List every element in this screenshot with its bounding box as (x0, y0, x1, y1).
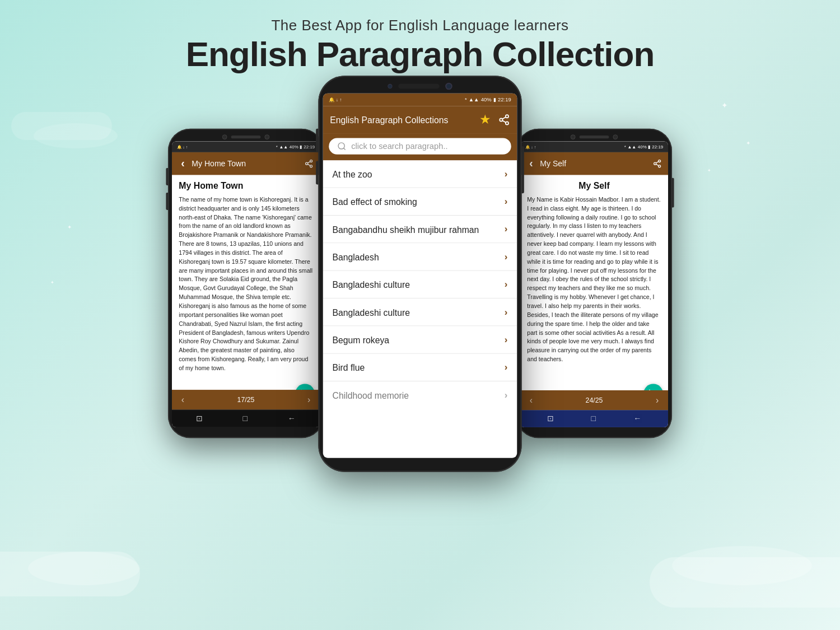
chevron-7: › (505, 362, 508, 373)
speaker-left (231, 136, 261, 138)
svg-point-14 (659, 165, 661, 167)
pagination-text-left: 17/25 (237, 396, 255, 404)
pagination-bar-right: ‹ 24/25 › (520, 390, 668, 410)
prev-arrow-left[interactable]: ‹ (176, 393, 190, 407)
list-item-text-4: Bangladeshi culture (333, 279, 410, 290)
nav-back-right[interactable]: ← (633, 414, 641, 423)
svg-line-11 (344, 148, 346, 150)
header-title: English Paragraph Collection (0, 34, 840, 74)
status-icons-left: 🔔↓↑ (177, 144, 188, 149)
nav-home-left[interactable]: □ (242, 414, 248, 423)
list-item-text-5: Bangladeshi culture (333, 307, 410, 317)
prev-arrow-right[interactable]: ‹ (524, 393, 538, 407)
chevron-0: › (505, 169, 508, 179)
speaker-right (580, 136, 609, 138)
app-title-center: English Paragraph Collections (330, 115, 474, 125)
share-button-center[interactable] (498, 114, 510, 125)
app-header-right: ‹ My Self (520, 152, 668, 175)
star-button-center[interactable]: ★ (479, 112, 491, 127)
app-header-center: English Paragraph Collections ★ (323, 106, 517, 133)
list-item-1[interactable]: Bad effect of smoking › (323, 188, 517, 216)
next-arrow-right[interactable]: › (650, 393, 664, 407)
camera-center (445, 83, 452, 90)
phone-left: 🔔↓↑ * ▲▲ 40% ▮ 22:19 ‹ My Home Tow (157, 108, 334, 459)
list-item-text-0: At the zoo (333, 169, 372, 179)
phone-right: 🔔↓↑ * ▲▲ 40% ▮ 22:19 ‹ My Self (506, 108, 683, 459)
camera-left (222, 134, 227, 139)
list-item-6[interactable]: Begum rokeya › (323, 326, 517, 353)
status-bar-right: 🔔↓↑ * ▲▲ 40% ▮ 22:19 (520, 142, 668, 152)
camera2-left (264, 134, 269, 139)
list-item-0[interactable]: At the zoo › (323, 160, 517, 188)
list-container: At the zoo › Bad effect of smoking › Ban… (323, 160, 517, 458)
nav-back-left[interactable]: ← (288, 414, 296, 423)
pagination-bar-left: ‹ 17/25 › (172, 390, 320, 409)
chevron-2: › (505, 224, 508, 235)
article-title-right: My Self (527, 181, 661, 191)
phone-center: 🔔↓↑ * ▲▲ 40% ▮ 22:19 English Paragraph C… (323, 85, 517, 463)
screen-center: 🔔↓↑ * ▲▲ 40% ▮ 22:19 English Paragraph C… (323, 94, 517, 458)
search-bar-center: click to search paragraph.. (323, 133, 517, 160)
status-icons-center: 🔔↓↑ (329, 97, 342, 102)
back-button-left[interactable]: ‹ (178, 158, 188, 169)
list-item-text-8: Childhood memorie (333, 390, 409, 400)
phone-frame-center: 🔔↓↑ * ▲▲ 40% ▮ 22:19 English Paragraph C… (318, 76, 521, 472)
phones-container: 🔔↓↑ * ▲▲ 40% ▮ 22:19 ‹ My Home Tow (0, 85, 840, 463)
article-content-left: My Home Town The name of my home town is… (172, 175, 320, 390)
phone-frame-left: 🔔↓↑ * ▲▲ 40% ▮ 22:19 ‹ My Home Tow (168, 129, 324, 438)
svg-point-12 (659, 160, 661, 162)
search-icon (337, 142, 347, 151)
list-item-text-6: Begum rokeya (333, 335, 390, 345)
speaker-center (398, 84, 440, 88)
svg-line-3 (307, 164, 310, 166)
phone-top-bar-right (520, 134, 668, 139)
status-icons-right: 🔔↓↑ (525, 144, 536, 149)
svg-line-4 (307, 162, 310, 164)
article-body-left: The name of my home town is Kishoreganj.… (179, 195, 312, 372)
svg-point-13 (654, 162, 656, 165)
list-item-text-7: Bird flue (333, 362, 365, 372)
status-right-right: * ▲▲ 40% ▮ 22:19 (624, 144, 663, 150)
header-section: The Best App for English Language learne… (0, 0, 840, 80)
search-input-container[interactable]: click to search paragraph.. (329, 138, 511, 154)
svg-point-10 (338, 143, 344, 149)
back-button-right[interactable]: ‹ (526, 158, 536, 169)
phone-frame-right: 🔔↓↑ * ▲▲ 40% ▮ 22:19 ‹ My Self (516, 129, 672, 438)
app-title-right: My Self (540, 159, 648, 168)
nav-menu-left[interactable]: ⊡ (196, 414, 202, 423)
camera2-right (613, 134, 618, 139)
list-item-8[interactable]: Childhood memorie › (323, 381, 517, 408)
list-item-5[interactable]: Bangladeshi culture › (323, 298, 517, 326)
list-item-text-2: Bangabandhu sheikh mujibur rahman (333, 224, 479, 234)
svg-point-0 (310, 160, 312, 162)
status-bar-center: 🔔↓↑ * ▲▲ 40% ▮ 22:19 (323, 94, 517, 106)
phone-top-center (323, 83, 517, 90)
nav-menu-right[interactable]: ⊡ (547, 414, 553, 423)
svg-line-16 (656, 162, 659, 164)
next-arrow-left[interactable]: › (302, 393, 316, 407)
list-item-4[interactable]: Bangladeshi culture › (323, 271, 517, 298)
article-content-right: My Self My Name is Kabir Hossain Madbor.… (520, 175, 668, 390)
list-item-text-1: Bad effect of smoking (333, 197, 417, 207)
nav-bar-left: ⊡ □ ← (172, 409, 320, 427)
share-button-right[interactable] (652, 158, 662, 169)
status-bar-left: 🔔↓↑ * ▲▲ 40% ▮ 22:19 (172, 142, 320, 152)
phone-top-bar-left (172, 134, 320, 139)
svg-point-2 (310, 165, 312, 167)
pagination-text-right: 24/25 (586, 396, 603, 404)
search-placeholder: click to search paragraph.. (351, 142, 447, 151)
chevron-5: › (505, 307, 508, 318)
nav-home-right[interactable]: □ (591, 414, 596, 423)
list-item-7[interactable]: Bird flue › (323, 354, 517, 381)
screen-left: 🔔↓↑ * ▲▲ 40% ▮ 22:19 ‹ My Home Tow (172, 142, 320, 427)
svg-point-5 (506, 115, 508, 118)
share-button-left[interactable] (304, 158, 314, 169)
svg-line-9 (502, 117, 506, 119)
list-item-3[interactable]: Bangladesh › (323, 243, 517, 270)
svg-point-6 (500, 118, 502, 121)
status-right-center: * ▲▲ 40% ▮ 22:19 (465, 97, 511, 103)
header-actions-center: ★ (479, 112, 510, 127)
camera-right (571, 134, 576, 139)
sensor-left-center (388, 84, 392, 88)
list-item-2[interactable]: Bangabandhu sheikh mujibur rahman › (323, 216, 517, 243)
